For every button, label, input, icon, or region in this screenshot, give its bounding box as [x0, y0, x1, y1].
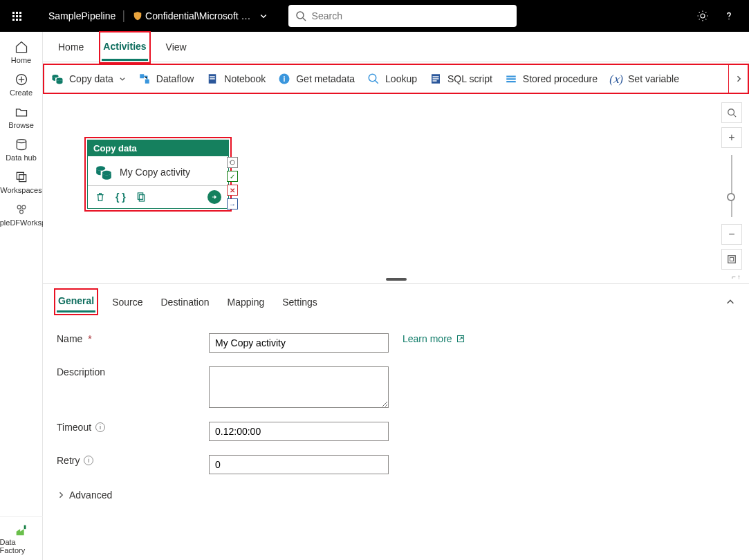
svg-point-0: [297, 12, 304, 19]
svg-rect-31: [138, 193, 142, 199]
corner-resize-icon[interactable]: ⌐↑: [732, 273, 742, 281]
rail-home[interactable]: Home: [0, 36, 43, 68]
zoom-search-icon[interactable]: [721, 102, 742, 123]
ribbon-notebook[interactable]: Notebook: [206, 73, 266, 85]
menu-activities[interactable]: Activities: [102, 34, 147, 61]
search-input[interactable]: [311, 10, 510, 22]
pipeline-canvas[interactable]: Copy data My Copy activity { } ✓ ✕ →: [43, 95, 749, 283]
ribbon-label: Set variable: [628, 73, 679, 84]
run-icon[interactable]: [207, 190, 221, 204]
svg-line-1: [303, 18, 306, 21]
svg-rect-23: [433, 76, 439, 77]
handle-completion-icon[interactable]: →: [227, 198, 238, 209]
svg-rect-5: [17, 172, 24, 179]
svg-rect-28: [506, 81, 516, 82]
search-icon: [295, 10, 306, 21]
rail-workspaces-label: Workspaces: [0, 186, 41, 194]
lookup-icon: [367, 73, 380, 85]
settings-gear-icon[interactable]: [696, 10, 709, 22]
info-icon[interactable]: i: [84, 456, 93, 465]
advanced-toggle[interactable]: Advanced: [57, 489, 735, 501]
svg-text:i: i: [284, 75, 286, 83]
copydata-icon: [95, 163, 113, 181]
help-icon[interactable]: [723, 10, 735, 22]
timeout-label: Timeouti: [57, 422, 209, 433]
activities-ribbon: Copy data Dataflow Notebook i Get metada…: [43, 64, 749, 94]
workspace-chevron-icon[interactable]: [259, 12, 268, 20]
description-input[interactable]: [209, 366, 389, 408]
rail-datafactory[interactable]: Data Factory: [0, 516, 43, 560]
ribbon-label: Get metadata: [296, 73, 355, 84]
handle-success-icon[interactable]: ✓: [227, 171, 238, 182]
zoom-slider[interactable]: [731, 155, 732, 217]
handle-loop-icon[interactable]: [227, 157, 238, 168]
svg-point-9: [19, 210, 23, 214]
retry-label: Retryi: [57, 455, 209, 466]
ribbon-label: Notebook: [224, 73, 266, 84]
svg-rect-16: [210, 76, 216, 77]
ribbon-label: Copy data: [69, 73, 113, 84]
delete-icon[interactable]: [95, 192, 106, 203]
copy-data-activity[interactable]: Copy data My Copy activity { } ✓ ✕ →: [87, 140, 229, 209]
svg-rect-32: [139, 195, 144, 201]
ribbon-set-variable[interactable]: (𝑥) Set variable: [610, 73, 679, 85]
tab-general[interactable]: General: [57, 291, 95, 312]
description-label: Description: [57, 366, 209, 377]
chevron-down-icon: [119, 75, 126, 82]
braces-icon[interactable]: { }: [115, 192, 126, 203]
zoom-out-button[interactable]: −: [721, 224, 742, 245]
panel-collapse-icon[interactable]: [725, 297, 735, 307]
menu-home[interactable]: Home: [57, 35, 85, 59]
svg-rect-6: [19, 175, 26, 182]
ribbon-dataflow[interactable]: Dataflow: [138, 73, 194, 85]
svg-point-11: [53, 75, 59, 78]
retry-input[interactable]: [209, 455, 389, 474]
left-nav-rail: Home Create Browse Data hub Workspaces S…: [0, 32, 43, 560]
rail-sample-workspace[interactable]: SampleDFWorkspace: [0, 198, 43, 231]
proc-icon: [505, 73, 517, 85]
svg-point-8: [21, 205, 25, 209]
learn-more-link[interactable]: Learn more: [403, 333, 735, 344]
workspace-name[interactable]: Confidential\Microsoft …: [145, 10, 251, 21]
ribbon-label: Lookup: [385, 73, 417, 84]
ribbon-get-metadata[interactable]: i Get metadata: [278, 73, 355, 85]
rail-datahub-label: Data hub: [6, 153, 37, 162]
activity-card-title: Copy data: [88, 140, 228, 156]
rail-browse[interactable]: Browse: [0, 101, 43, 133]
ribbon-stored-procedure[interactable]: Stored procedure: [505, 73, 598, 85]
ribbon-copy-data[interactable]: Copy data: [51, 73, 126, 85]
svg-point-12: [57, 78, 63, 82]
handle-failure-icon[interactable]: ✕: [227, 185, 238, 196]
ribbon-lookup[interactable]: Lookup: [367, 73, 417, 85]
svg-point-2: [728, 19, 730, 20]
rail-datafactory-label: Data Factory: [0, 538, 43, 554]
zoom-fit-button[interactable]: [721, 249, 742, 270]
advanced-label: Advanced: [69, 489, 112, 501]
copy-icon[interactable]: [136, 192, 147, 203]
rail-datahub[interactable]: Data hub: [0, 133, 43, 166]
rail-create-label: Create: [10, 88, 33, 97]
tab-settings[interactable]: Settings: [281, 292, 319, 312]
svg-rect-25: [433, 80, 437, 82]
svg-line-34: [734, 115, 737, 118]
app-launcher-icon[interactable]: [6, 12, 28, 21]
rail-create[interactable]: Create: [0, 68, 43, 101]
sensitivity-shield-icon: [133, 11, 142, 21]
svg-point-4: [17, 140, 26, 143]
tab-mapping[interactable]: Mapping: [226, 292, 266, 312]
ribbon-label: Stored procedure: [523, 73, 598, 84]
ribbon-sql-script[interactable]: SQL script: [429, 73, 492, 85]
panel-resize-grip[interactable]: [386, 278, 407, 281]
svg-rect-10: [24, 525, 26, 530]
name-input[interactable]: [209, 333, 389, 353]
search-box[interactable]: [288, 5, 517, 27]
tab-source[interactable]: Source: [111, 292, 144, 312]
ribbon-scroll-right[interactable]: [728, 65, 748, 93]
info-icon[interactable]: i: [95, 422, 105, 432]
rail-workspaces[interactable]: Workspaces: [0, 166, 43, 198]
menu-view[interactable]: View: [165, 35, 188, 59]
svg-point-30: [102, 171, 111, 176]
tab-destination[interactable]: Destination: [160, 292, 211, 312]
zoom-in-button[interactable]: +: [721, 127, 742, 148]
timeout-input[interactable]: [209, 422, 389, 441]
